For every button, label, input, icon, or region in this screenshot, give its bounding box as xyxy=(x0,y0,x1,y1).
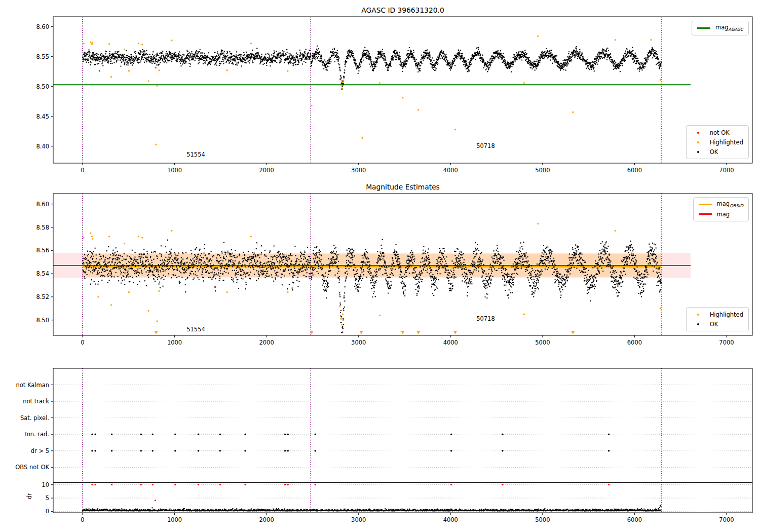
legend-item-mag: mag xyxy=(698,209,743,219)
x-tick-label: 4000 xyxy=(443,516,458,523)
mag-line-swatch xyxy=(698,213,713,214)
legend-label-mag: mag xyxy=(717,211,730,218)
flag-category-label: not Kalman xyxy=(3,382,49,389)
y-tick-label: 8.54 xyxy=(3,270,49,277)
legend-mag-lines: magOBSID mag xyxy=(693,197,749,221)
flag-category-label: OBS not OK xyxy=(3,464,49,471)
x-tick-label: 1000 xyxy=(167,167,182,174)
plot1-title: AGASC ID 396631320.0 xyxy=(361,6,444,14)
plot2-title: Magnitude Estimates xyxy=(366,183,440,191)
y-tick-label: 8.58 xyxy=(3,224,49,231)
legend-item-not-ok: not OK xyxy=(691,128,743,137)
ok-dot-swatch-mid xyxy=(691,323,706,325)
not-ok-dot-swatch xyxy=(691,132,706,134)
x-tick-label: 2000 xyxy=(259,167,274,174)
dr-tick-label: 10 xyxy=(3,481,49,488)
legend-label-not-ok: not OK xyxy=(710,129,730,136)
legend-item-highlighted-mid: Highlighted xyxy=(691,310,743,319)
legend-label-mag-obsid: magOBSID xyxy=(717,200,743,208)
x-tick-label: 1000 xyxy=(167,339,182,346)
x-tick-label: 6000 xyxy=(627,516,642,523)
y-tick-label: 8.55 xyxy=(3,53,49,60)
flag-category-label: not track xyxy=(3,398,49,405)
ok-dot-swatch xyxy=(691,151,706,153)
figure: AGASC ID 396631320.0 Magnitude Estimates… xyxy=(0,0,760,532)
dr-tick-label: 0 xyxy=(3,508,49,515)
y-tick-label: 8.50 xyxy=(3,83,49,90)
y-tick-label: 8.45 xyxy=(3,113,49,120)
x-tick-label: 2000 xyxy=(259,339,274,346)
dr-tick-label: 5 xyxy=(3,495,49,502)
flag-category-label: dr > 5 xyxy=(3,447,49,454)
x-tick-label: 5000 xyxy=(535,516,550,523)
x-tick-label: 4000 xyxy=(443,339,458,346)
x-tick-label: 6000 xyxy=(627,339,642,346)
x-tick-label: 3000 xyxy=(351,516,366,523)
mag-agasc-line-swatch xyxy=(696,27,711,28)
legend-label-ok-mid: OK xyxy=(710,321,718,328)
x-tick-label: 0 xyxy=(81,167,84,174)
legend-mag-agasc: magAGASC xyxy=(692,21,749,35)
legend-label-ok: OK xyxy=(710,148,718,156)
y-tick-label: 8.40 xyxy=(3,143,49,150)
legend-markers-mid: Highlighted OK xyxy=(686,307,749,331)
legend-item-mag-obsid: magOBSID xyxy=(698,200,743,209)
flag-category-label: Sat. pixel. xyxy=(3,414,49,422)
y-tick-label: 8.56 xyxy=(3,247,49,254)
highlighted-dot-swatch-mid xyxy=(691,314,706,316)
legend-label-highlighted-mid: Highlighted xyxy=(710,311,743,318)
x-tick-label: 5000 xyxy=(535,167,550,174)
y-tick-label: 8.60 xyxy=(3,23,49,30)
legend-item-mag-agasc: magAGASC xyxy=(696,23,743,33)
y-tick-label: 8.50 xyxy=(3,317,49,324)
highlighted-dot-swatch xyxy=(691,141,706,143)
obsid-annotation-50718-top: 50718 xyxy=(476,142,495,149)
legend-item-ok: OK xyxy=(691,147,743,157)
x-tick-label: 2000 xyxy=(259,516,274,523)
x-tick-label: 5000 xyxy=(535,339,550,346)
legend-markers-top: not OK Highlighted OK xyxy=(686,125,749,159)
obsid-annotation-51554-mid: 51554 xyxy=(186,326,205,333)
x-tick-label: 3000 xyxy=(351,339,366,346)
y-tick-label: 8.52 xyxy=(3,293,49,300)
x-tick-label: 3000 xyxy=(351,167,366,174)
mag-obsid-line-swatch xyxy=(698,204,713,205)
plots-canvas xyxy=(0,0,760,532)
flag-category-label: Ion. rad. xyxy=(3,431,49,438)
y-tick-label: 8.60 xyxy=(3,201,49,208)
x-tick-label: 7000 xyxy=(719,516,734,523)
x-tick-label: 4000 xyxy=(443,167,458,174)
x-tick-label: 7000 xyxy=(719,167,734,174)
legend-item-highlighted: Highlighted xyxy=(691,137,743,147)
x-tick-label: 0 xyxy=(81,516,84,523)
obsid-annotation-50718-mid: 50718 xyxy=(476,315,495,322)
legend-item-ok-mid: OK xyxy=(691,319,743,329)
x-tick-label: 0 xyxy=(81,339,84,346)
x-tick-label: 7000 xyxy=(719,339,734,346)
legend-label-highlighted: Highlighted xyxy=(710,139,743,146)
obsid-annotation-51554-top: 51554 xyxy=(186,151,205,158)
x-tick-label: 1000 xyxy=(167,516,182,523)
legend-label-mag-agasc: magAGASC xyxy=(715,24,743,32)
x-tick-label: 6000 xyxy=(627,167,642,174)
